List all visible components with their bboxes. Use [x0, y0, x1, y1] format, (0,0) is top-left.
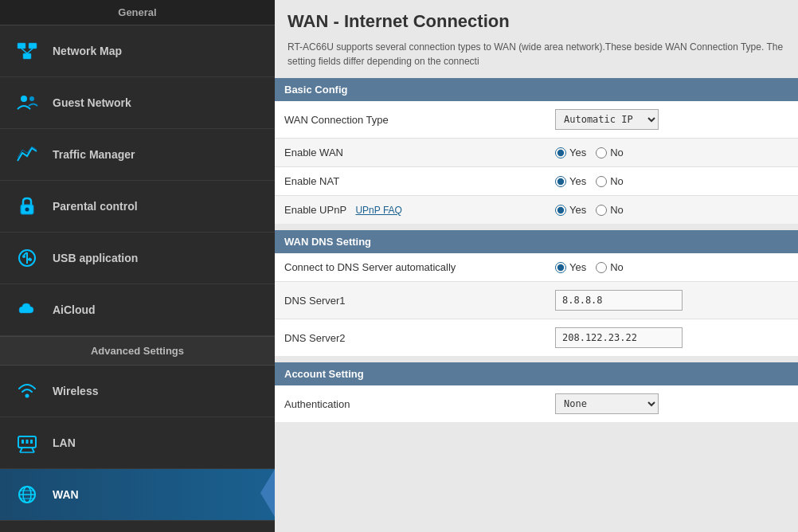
- section-gap-1: [275, 224, 798, 230]
- sidebar-item-guest-network-label: Guest Network: [53, 96, 131, 109]
- wireless-icon: [13, 377, 41, 405]
- wan-dns-section: WAN DNS Setting Connect to DNS Server au…: [275, 230, 798, 356]
- svg-line-3: [22, 49, 27, 53]
- page-title: WAN - Internet Connection: [275, 0, 798, 40]
- enable-nat-radio-group: Yes No: [555, 175, 788, 187]
- svg-point-8: [25, 208, 29, 212]
- general-section-label: General: [0, 0, 275, 25]
- enable-upnp-yes-radio[interactable]: [555, 205, 566, 216]
- enable-upnp-radio-group: Yes No: [555, 204, 788, 216]
- svg-point-14: [29, 258, 32, 261]
- guest-network-icon: [13, 88, 41, 117]
- svg-point-15: [25, 394, 29, 398]
- sidebar-item-parental-control-label: Parental control: [53, 200, 138, 213]
- dns-server1-input[interactable]: [555, 290, 683, 311]
- wan-icon: [13, 480, 41, 509]
- enable-upnp-yes-label[interactable]: Yes: [555, 204, 586, 216]
- svg-point-5: [21, 96, 27, 102]
- enable-wan-yes-label[interactable]: Yes: [555, 147, 586, 158]
- sidebar-item-network-map-label: Network Map: [53, 45, 122, 57]
- account-setting-section: Account Setting Authentication None PAP …: [275, 362, 798, 422]
- account-setting-table: Authentication None PAP CHAP MSCHAP MSCH…: [275, 385, 798, 422]
- enable-upnp-label: Enable UPnP UPnP FAQ: [275, 196, 546, 225]
- sidebar-item-traffic-manager-label: Traffic Manager: [53, 148, 135, 161]
- sidebar-item-traffic-manager[interactable]: Traffic Manager: [0, 129, 275, 181]
- sidebar-item-aicloud[interactable]: AiCloud: [0, 284, 275, 336]
- basic-config-section: Basic Config WAN Connection Type Automat…: [275, 78, 798, 224]
- sidebar-item-aicloud-label: AiCloud: [53, 303, 96, 316]
- svg-rect-1: [29, 43, 37, 49]
- dns-server2-input[interactable]: [555, 327, 683, 348]
- svg-rect-21: [26, 440, 29, 444]
- main-content: WAN - Internet Connection RT-AC66U suppo…: [275, 0, 798, 532]
- enable-upnp-no-label[interactable]: No: [596, 204, 624, 216]
- dns-auto-radio-group: Yes No: [555, 261, 788, 273]
- wan-connection-type-label: WAN Connection Type: [275, 101, 546, 139]
- enable-nat-label: Enable NAT: [275, 167, 546, 196]
- dns-auto-no-label[interactable]: No: [596, 261, 624, 273]
- svg-rect-0: [18, 43, 25, 49]
- sidebar-item-parental-control[interactable]: Parental control: [0, 181, 275, 233]
- dns-auto-yes-radio[interactable]: [555, 262, 566, 273]
- traffic-manager-icon: [13, 140, 41, 169]
- enable-upnp-no-radio[interactable]: [596, 205, 607, 216]
- sidebar-item-guest-network[interactable]: Guest Network: [0, 77, 275, 129]
- lan-icon: [13, 428, 41, 457]
- network-map-icon: [13, 37, 41, 65]
- basic-config-table: WAN Connection Type Automatic IP PPPoE P…: [275, 101, 798, 224]
- sidebar-item-lan-label: LAN: [53, 436, 76, 449]
- section-gap-2: [275, 356, 798, 362]
- sidebar-item-lan[interactable]: LAN: [0, 417, 275, 469]
- sidebar-item-wireless[interactable]: Wireless: [0, 366, 275, 417]
- enable-upnp-row: Enable UPnP UPnP FAQ Yes No: [275, 196, 798, 225]
- aicloud-icon: [13, 295, 41, 324]
- dns-server2-row: DNS Server2: [275, 319, 798, 357]
- svg-line-4: [27, 49, 33, 53]
- enable-wan-label: Enable WAN: [275, 139, 546, 167]
- sidebar-item-wireless-label: Wireless: [53, 385, 98, 397]
- dns-auto-row: Connect to DNS Server automatically Yes …: [275, 253, 798, 282]
- upnp-faq-link[interactable]: UPnP FAQ: [355, 205, 401, 216]
- enable-nat-no-label[interactable]: No: [596, 175, 624, 187]
- svg-point-13: [22, 255, 25, 258]
- authentication-label: Authentication: [275, 385, 546, 422]
- dns-auto-no-radio[interactable]: [596, 262, 607, 273]
- authentication-row: Authentication None PAP CHAP MSCHAP MSCH…: [275, 385, 798, 422]
- main-layout: General Network Map: [0, 0, 798, 532]
- svg-rect-2: [23, 53, 31, 59]
- wan-dns-table: Connect to DNS Server automatically Yes …: [275, 253, 798, 356]
- enable-wan-radio-group: Yes No: [555, 147, 788, 158]
- svg-rect-22: [30, 440, 33, 444]
- enable-wan-row: Enable WAN Yes No: [275, 139, 798, 167]
- parental-control-icon: [13, 192, 41, 221]
- authentication-select[interactable]: None PAP CHAP MSCHAP MSCHAPv2: [555, 393, 659, 414]
- usb-application-icon: [13, 244, 41, 272]
- dns-auto-yes-label[interactable]: Yes: [555, 261, 586, 273]
- enable-wan-no-label[interactable]: No: [596, 147, 624, 158]
- enable-nat-no-radio[interactable]: [596, 176, 607, 187]
- enable-nat-yes-label[interactable]: Yes: [555, 175, 586, 187]
- sidebar: General Network Map: [0, 0, 275, 532]
- wan-dns-header: WAN DNS Setting: [275, 230, 798, 253]
- account-setting-header: Account Setting: [275, 362, 798, 385]
- dns-server1-label: DNS Server1: [275, 282, 546, 319]
- sidebar-item-network-map[interactable]: Network Map: [0, 25, 275, 77]
- wan-connection-type-select[interactable]: Automatic IP PPPoE PPTP L2TP Static IP: [555, 109, 659, 130]
- sidebar-item-wan-label: WAN: [53, 488, 79, 501]
- basic-config-header: Basic Config: [275, 78, 798, 101]
- wan-connection-type-row: WAN Connection Type Automatic IP PPPoE P…: [275, 101, 798, 139]
- dns-auto-label: Connect to DNS Server automatically: [275, 253, 546, 282]
- sidebar-item-usb-application-label: USB application: [53, 252, 138, 264]
- svg-rect-20: [22, 440, 24, 444]
- enable-wan-no-radio[interactable]: [596, 147, 607, 158]
- svg-point-6: [29, 96, 34, 101]
- sidebar-item-usb-application[interactable]: USB application: [0, 233, 275, 284]
- sidebar-item-wan[interactable]: WAN: [0, 469, 275, 521]
- dns-server1-row: DNS Server1: [275, 282, 798, 319]
- enable-nat-yes-radio[interactable]: [555, 176, 566, 187]
- page-description: RT-AC66U supports several connection typ…: [275, 40, 798, 78]
- dns-server2-label: DNS Server2: [275, 319, 546, 357]
- enable-nat-row: Enable NAT Yes No: [275, 167, 798, 196]
- enable-wan-yes-radio[interactable]: [555, 147, 566, 158]
- advanced-settings-label: Advanced Settings: [0, 336, 275, 366]
